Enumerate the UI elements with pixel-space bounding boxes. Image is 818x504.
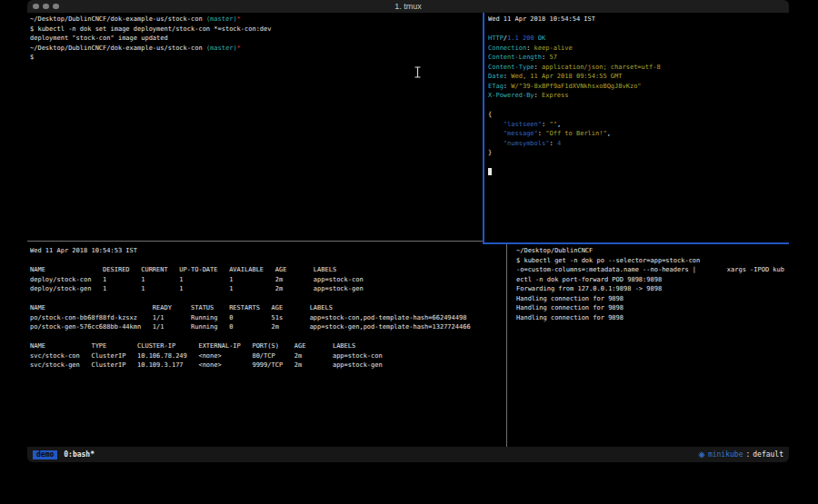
kube-context-status: minikube:default <box>698 450 783 459</box>
terminal-line <box>488 167 787 177</box>
terminal-line: Date: Wed, 11 Apr 2018 09:54:55 GMT <box>488 72 787 82</box>
terminal-line: Forwarding from 127.0.0.1:9898 -> 9898 <box>516 284 787 294</box>
terminal-line <box>30 294 504 304</box>
terminal-line <box>488 25 787 35</box>
pane-divider-vertical-bottom[interactable] <box>506 244 507 447</box>
close-button[interactable] <box>33 4 39 10</box>
window-tab-active[interactable]: 0:bash* <box>64 450 95 459</box>
tmux-status-bar: demo 0:bash* minikube:default <box>27 447 789 462</box>
terminal-line: HTTP/1.1 200 OK <box>488 34 787 44</box>
kube-context-name: minikube <box>708 450 743 459</box>
kubernetes-helm-icon <box>698 451 705 459</box>
terminal-line: $ <box>30 53 481 63</box>
terminal-line: Wed 11 Apr 2018 10:54:53 IST <box>30 246 504 256</box>
terminal-line: svc/stock-gen ClusterIP 10.109.3.177 <no… <box>30 361 504 371</box>
desktop-background: 1. tmux ~/Desktop/DublinCNCF/dok-example… <box>0 0 818 504</box>
ibeam-mouse-pointer <box>414 65 422 82</box>
terminal-cursor <box>488 168 492 175</box>
terminal-line <box>30 256 504 266</box>
terminal-line: ~/Desktop/DublinCNCF <box>516 246 787 256</box>
terminal-line: ectl -n dok port-forward POD 9898:9898 <box>516 275 787 285</box>
terminal-line: Content-Type: application/json; charset=… <box>488 63 787 73</box>
pane-divider-horizontal-right-active[interactable] <box>483 242 789 244</box>
pane-shell-set-image[interactable]: ~/Desktop/DublinCNCF/dok-example-us/stoc… <box>30 15 481 240</box>
kube-namespace: default <box>753 450 783 459</box>
terminal-line: "message": "Off to Berlin!", <box>488 129 787 139</box>
terminal-line: NAME DESIRED CURRENT UP-TO-DATE AVAILABL… <box>30 265 504 275</box>
minimize-button[interactable] <box>43 4 49 10</box>
pane-http-response-watch[interactable]: Wed 11 Apr 2018 10:54:54 IST HTTP/1.1 20… <box>488 15 787 242</box>
session-name-badge: demo <box>33 450 57 460</box>
terminal-line: { <box>488 110 787 120</box>
terminal-line: $ kubectl -n dok set image deployment/st… <box>30 25 481 35</box>
terminal-line: po/stock-con-bb68f88fd-kzsxz 1/1 Running… <box>30 313 504 323</box>
terminal-line <box>30 332 504 342</box>
terminal-line: ~/Desktop/DublinCNCF/dok-example-us/stoc… <box>30 15 481 25</box>
terminal-line <box>488 101 787 111</box>
window-titlebar[interactable]: 1. tmux <box>27 0 789 13</box>
terminal-line: ~/Desktop/DublinCNCF/dok-example-us/stoc… <box>30 44 481 54</box>
pane-divider-vertical-top-active[interactable] <box>483 13 484 244</box>
kube-separator: : <box>745 450 750 459</box>
pane-port-forward[interactable]: ~/Desktop/DublinCNCF$ kubectl get -n dok… <box>516 246 787 445</box>
terminal-line: NAME TYPE CLUSTER-IP EXTERNAL-IP PORT(S)… <box>30 341 504 351</box>
terminal-line: Handling connection for 9898 <box>516 313 787 323</box>
terminal-line <box>488 158 787 168</box>
terminal-line: deployment "stock-con" image updated <box>30 34 481 44</box>
pane-kubectl-get-watch[interactable]: Wed 11 Apr 2018 10:54:53 IST NAME DESIRE… <box>30 246 504 445</box>
zoom-button[interactable] <box>53 4 59 10</box>
terminal-line: } <box>488 148 787 158</box>
terminal-line: "numsymbols": 4 <box>488 139 787 149</box>
terminal-line: NAME READY STATUS RESTARTS AGE LABELS <box>30 303 504 313</box>
pane-divider-horizontal-left[interactable] <box>27 241 483 242</box>
window-title: 1. tmux <box>27 0 789 13</box>
terminal-line: X-Powered-By: Express <box>488 91 787 101</box>
terminal-line: Wed 11 Apr 2018 10:54:54 IST <box>488 15 787 25</box>
terminal-line: po/stock-gen-576cc688bb-44kmn 1/1 Runnin… <box>30 322 504 332</box>
terminal-line: deploy/stock-con 1 1 1 1 2m app=stock-co… <box>30 275 504 285</box>
traffic-lights <box>33 0 59 13</box>
terminal-line: $ kubectl get -n dok po --selector=app=s… <box>516 256 787 266</box>
terminal-line: "lastseen": "", <box>488 120 787 130</box>
terminal-line: svc/stock-con ClusterIP 10.106.78.249 <n… <box>30 351 504 361</box>
terminal-line: Content-Length: 57 <box>488 53 787 63</box>
terminal-line: Connection: keep-alive <box>488 44 787 54</box>
terminal-window: 1. tmux ~/Desktop/DublinCNCF/dok-example… <box>27 0 789 463</box>
terminal-line: ETag: W/"39-8xBPf9aF1dXVNkhsxoBQgJ8vKzo" <box>488 82 787 92</box>
terminal-line: deploy/stock-gen 1 1 1 1 2m app=stock-ge… <box>30 284 504 294</box>
terminal-line: Handling connection for 9898 <box>516 303 787 313</box>
terminal-line: Handling connection for 9898 <box>516 294 787 304</box>
terminal-line: -o=custom-columns=:metadata.name --no-he… <box>516 265 787 275</box>
